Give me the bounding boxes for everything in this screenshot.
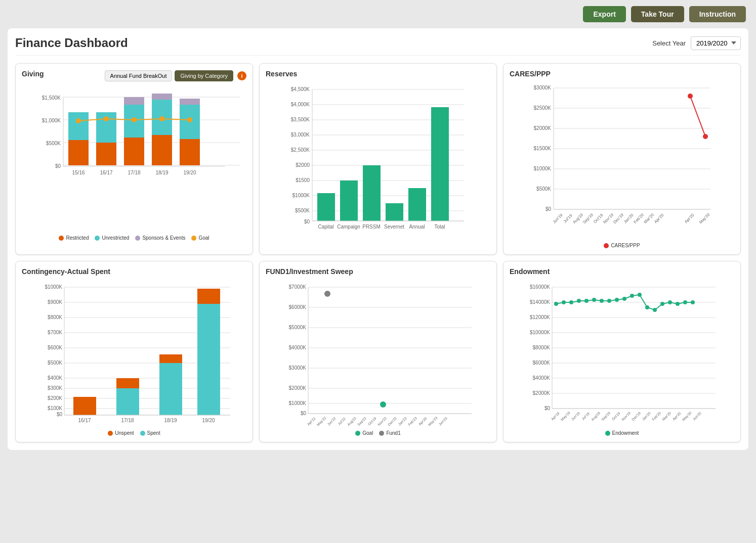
svg-text:Jan'20: Jan'20 <box>642 411 651 421</box>
svg-text:$700K: $700K <box>48 330 62 335</box>
svg-line-82 <box>690 96 705 137</box>
reserves-chart-card: Reserves $4,500K $4,000K $3,500K $3,000K… <box>259 63 497 255</box>
svg-text:Jun'22: Jun'22 <box>327 416 337 426</box>
svg-text:Sep'19: Sep'19 <box>582 212 594 224</box>
svg-text:$1000K: $1000K <box>289 400 307 406</box>
svg-text:$4,000K: $4,000K <box>291 102 310 107</box>
fund1-chart-card: FUND1/Investment Sweep $7000K $6000K $50… <box>259 261 497 442</box>
contingency-chart-card: Contingency-Actual Spent $1000K $900K $8… <box>15 261 253 442</box>
svg-text:$800K: $800K <box>48 314 62 320</box>
svg-rect-123 <box>116 378 139 388</box>
svg-text:May'23: May'23 <box>428 416 439 426</box>
fund1-svg: $7000K $6000K $5000K $4000K $3000K $2000… <box>266 280 490 426</box>
giving-by-category-tab[interactable]: Giving by Category <box>175 70 233 81</box>
svg-text:Apr'20: Apr'20 <box>684 213 695 224</box>
svg-text:$2000K: $2000K <box>534 125 552 131</box>
svg-point-190 <box>584 299 589 303</box>
svg-text:Oct'19: Oct'19 <box>367 417 377 426</box>
svg-text:$400K: $400K <box>48 375 62 381</box>
svg-rect-122 <box>116 388 139 415</box>
annual-fund-breakout-tab[interactable]: Annual Fund BreakOut <box>105 70 173 81</box>
cares-title: CARES/PPP <box>510 70 734 78</box>
svg-text:Jun'23: Jun'23 <box>438 416 448 426</box>
svg-text:Dec'22: Dec'22 <box>387 416 397 426</box>
svg-text:$100K: $100K <box>48 405 62 411</box>
svg-rect-10 <box>96 143 116 165</box>
svg-text:$1,000K: $1,000K <box>42 118 61 123</box>
svg-text:Mar'20: Mar'20 <box>643 212 655 224</box>
svg-text:15/16: 15/16 <box>72 170 85 175</box>
svg-text:18/19: 18/19 <box>155 170 168 175</box>
svg-text:18/19: 18/19 <box>164 418 177 423</box>
svg-text:$5000K: $5000K <box>289 325 307 330</box>
svg-text:$1500: $1500 <box>296 177 310 183</box>
contingency-title: Contingency-Actual Spent <box>22 267 246 276</box>
svg-text:Jun'19: Jun'19 <box>571 411 580 421</box>
svg-text:$0: $0 <box>304 219 310 224</box>
svg-text:$2000K: $2000K <box>533 390 551 396</box>
svg-rect-121 <box>73 397 96 415</box>
svg-text:$8000K: $8000K <box>533 345 551 350</box>
svg-text:Oct'19: Oct'19 <box>611 412 621 421</box>
instruction-button[interactable]: Instruction <box>689 6 746 22</box>
svg-text:$1000K: $1000K <box>45 284 63 290</box>
svg-text:$3000K: $3000K <box>289 365 307 371</box>
svg-text:$2,500K: $2,500K <box>291 147 310 153</box>
svg-text:Jan'20: Jan'20 <box>623 212 635 224</box>
svg-rect-55 <box>363 165 381 221</box>
svg-text:Campaign: Campaign <box>337 224 360 230</box>
svg-text:$6000K: $6000K <box>533 360 551 366</box>
svg-text:$6000K: $6000K <box>289 304 307 310</box>
take-tour-button[interactable]: Take Tour <box>631 6 684 22</box>
svg-text:$900K: $900K <box>48 299 62 305</box>
svg-text:$0: $0 <box>544 405 551 411</box>
svg-text:Nov'22: Nov'22 <box>377 416 387 426</box>
svg-text:16/17: 16/17 <box>100 170 112 175</box>
svg-point-189 <box>577 299 581 303</box>
contingency-svg: $1000K $900K $800K $700K $600K $500K $40… <box>22 280 246 426</box>
giving-info-icon[interactable]: i <box>237 71 246 80</box>
giving-svg: $1,500K $1,000K $500K $0 <box>22 84 246 231</box>
export-button[interactable]: Export <box>583 6 625 22</box>
svg-rect-57 <box>408 188 426 221</box>
svg-text:$600K: $600K <box>48 345 62 350</box>
svg-text:$2500K: $2500K <box>534 105 552 111</box>
svg-point-186 <box>554 302 558 306</box>
svg-rect-124 <box>159 363 182 415</box>
svg-point-194 <box>615 298 619 302</box>
svg-text:PRSSM: PRSSM <box>362 224 381 230</box>
contingency-legend: Unspent Spent <box>22 430 246 436</box>
svg-text:17/18: 17/18 <box>128 170 140 175</box>
svg-rect-127 <box>197 289 220 304</box>
svg-text:Jun'19: Jun'19 <box>552 212 564 224</box>
svg-rect-20 <box>180 99 200 105</box>
svg-rect-12 <box>124 138 144 165</box>
svg-text:Dec'19: Dec'19 <box>631 411 641 421</box>
svg-text:Aug'19: Aug'19 <box>591 411 601 422</box>
svg-text:Aug'22: Aug'22 <box>347 416 357 426</box>
svg-text:19/20: 19/20 <box>202 418 215 423</box>
year-select[interactable]: 2019/2020 2018/2019 2017/2018 <box>691 36 741 50</box>
svg-point-21 <box>76 118 81 123</box>
svg-text:$12000K: $12000K <box>530 314 550 320</box>
svg-text:Sep'22: Sep'22 <box>357 416 367 426</box>
svg-text:Apr'20: Apr'20 <box>653 213 665 224</box>
reserves-svg: $4,500K $4,000K $3,500K $3,000K $2,500K … <box>266 82 490 239</box>
fund1-legend: Goal Fund1 <box>266 430 490 436</box>
svg-text:Total: Total <box>434 224 445 230</box>
svg-text:Feb'23: Feb'23 <box>407 416 417 426</box>
svg-text:Nov'19: Nov'19 <box>602 212 614 224</box>
svg-text:Apr'22: Apr'22 <box>307 417 317 426</box>
svg-text:17/18: 17/18 <box>121 418 134 423</box>
svg-text:$4000K: $4000K <box>533 375 551 381</box>
svg-text:May'22: May'22 <box>316 416 327 426</box>
svg-point-196 <box>630 294 634 298</box>
svg-rect-9 <box>68 112 89 140</box>
svg-point-83 <box>703 134 708 139</box>
svg-point-197 <box>638 293 642 297</box>
svg-point-198 <box>645 305 649 309</box>
endowment-svg: $16000K $14000K $12000K $10000K $8000K $… <box>510 280 734 426</box>
svg-text:Feb'20: Feb'20 <box>633 212 645 224</box>
svg-point-22 <box>104 116 109 121</box>
svg-rect-17 <box>152 94 172 100</box>
